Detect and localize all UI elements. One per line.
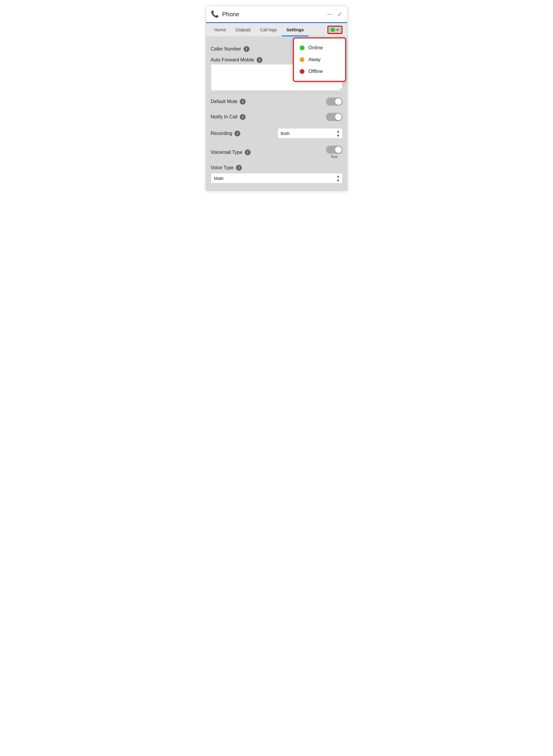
tab-dialpad[interactable]: Dialpad bbox=[231, 23, 255, 36]
voice-type-select[interactable]: Male Female bbox=[211, 173, 342, 183]
title-bar-left: 📞 Phone bbox=[211, 10, 239, 18]
default-mute-info-icon[interactable]: i bbox=[240, 99, 246, 104]
voicemail-toggle-wrap: Text bbox=[326, 146, 342, 159]
recording-row: Recording i Both Inbound Outbound None ▲… bbox=[211, 125, 342, 142]
divider-1 bbox=[211, 93, 342, 93]
status-option-away[interactable]: Away bbox=[300, 54, 339, 66]
default-mute-row: Default Mute i bbox=[211, 94, 342, 109]
notify-in-call-label-group: Notify In Call i bbox=[211, 114, 246, 120]
offline-label: Offline bbox=[309, 69, 323, 74]
status-option-offline[interactable]: Offline bbox=[300, 66, 339, 77]
voicemail-type-label-group: Voicemail Type i bbox=[211, 149, 251, 155]
status-dropdown: Online Away Offline bbox=[293, 37, 346, 82]
voicemail-type-thumb bbox=[335, 146, 341, 153]
recording-label-group: Recording i bbox=[211, 131, 241, 136]
status-option-online[interactable]: Online bbox=[300, 42, 339, 54]
status-indicator-dot bbox=[331, 28, 335, 32]
title-bar: 📞 Phone — ⤢ bbox=[206, 6, 347, 23]
voice-type-select-wrapper: Male Female ▲▼ bbox=[211, 173, 342, 183]
popout-button[interactable]: ⤢ bbox=[337, 10, 342, 18]
default-mute-label: Default Mute bbox=[211, 99, 238, 104]
voice-type-info-icon[interactable]: i bbox=[236, 165, 242, 171]
tab-calllogs[interactable]: Call logs bbox=[255, 23, 282, 36]
tab-settings[interactable]: Settings bbox=[282, 23, 309, 36]
phone-icon: 📞 bbox=[211, 10, 219, 18]
notify-in-call-info-icon[interactable]: i bbox=[240, 114, 246, 120]
nav-bar: Home Dialpad Call logs Settings ▼ Online… bbox=[206, 23, 347, 36]
default-mute-toggle[interactable] bbox=[326, 97, 342, 106]
recording-info-icon[interactable]: i bbox=[234, 131, 240, 136]
status-chevron-icon: ▼ bbox=[336, 28, 339, 31]
caller-number-info-icon[interactable]: i bbox=[244, 46, 249, 52]
caller-number-label: Caller Number bbox=[211, 46, 241, 52]
recording-select[interactable]: Both Inbound Outbound None bbox=[278, 128, 342, 139]
voice-type-section: Voice Type i Male Female ▲▼ bbox=[211, 162, 342, 186]
voicemail-type-label: Voicemail Type bbox=[211, 150, 242, 155]
recording-label: Recording bbox=[211, 131, 232, 136]
voice-type-label-group: Voice Type i bbox=[211, 165, 342, 171]
notify-in-call-thumb bbox=[335, 114, 341, 120]
recording-select-wrapper: Both Inbound Outbound None ▲▼ bbox=[278, 128, 342, 139]
away-label: Away bbox=[309, 57, 321, 63]
caller-number-label-group: Caller Number i bbox=[211, 46, 249, 52]
voicemail-type-sublabel: Text bbox=[331, 154, 338, 159]
phone-window: 📞 Phone — ⤢ Home Dialpad Call logs Setti… bbox=[206, 6, 347, 191]
online-dot bbox=[300, 46, 304, 50]
notify-in-call-toggle[interactable] bbox=[326, 113, 342, 121]
auto-forward-info-icon[interactable]: i bbox=[256, 57, 262, 63]
status-button[interactable]: ▼ bbox=[327, 26, 342, 34]
auto-forward-label: Auto Forward Mobile bbox=[211, 57, 254, 63]
notify-in-call-row: Notify In Call i bbox=[211, 109, 342, 125]
title-bar-right: — ⤢ bbox=[327, 10, 342, 18]
voicemail-type-info-icon[interactable]: i bbox=[245, 149, 251, 155]
window-title: Phone bbox=[222, 11, 239, 18]
away-dot bbox=[300, 57, 304, 62]
voicemail-type-toggle[interactable] bbox=[326, 146, 342, 154]
voice-type-label: Voice Type bbox=[211, 165, 234, 170]
default-mute-label-group: Default Mute i bbox=[211, 99, 246, 104]
notify-in-call-label: Notify In Call bbox=[211, 114, 238, 120]
minimize-button[interactable]: — bbox=[327, 11, 333, 17]
voicemail-type-section: Voicemail Type i Text bbox=[211, 142, 342, 162]
offline-dot bbox=[300, 69, 304, 74]
default-mute-thumb bbox=[335, 98, 341, 105]
tab-home[interactable]: Home bbox=[210, 23, 231, 36]
online-label: Online bbox=[309, 45, 323, 51]
voicemail-type-row: Voicemail Type i Text bbox=[211, 146, 342, 159]
